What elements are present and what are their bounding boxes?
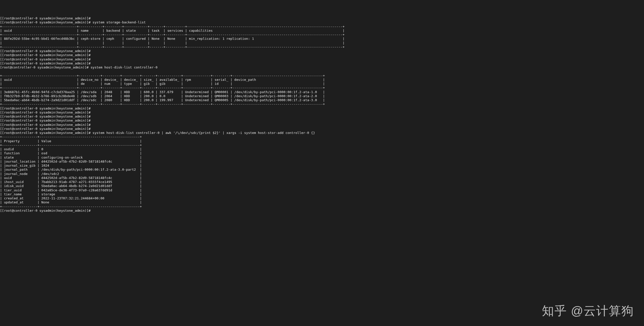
terminal-output[interactable]: [[root@controller-0 sysadmin(keystone_ad…	[0, 16, 644, 213]
table1-header: | uuid | name | backend | state | task |…	[0, 29, 644, 33]
prompt-line: [[root@controller-0 sysadmin(keystone_ad…	[0, 106, 644, 111]
table2-border: +--------------------------------------+…	[0, 102, 644, 106]
table3-row: | journal_size_gib | 1024 |	[0, 164, 644, 168]
table3-row: | created_at | 2022-11-23T07:32:21.24468…	[0, 196, 644, 200]
table3-row: | journal_path | /dev/disk/by-path/pci-0…	[0, 168, 644, 172]
table3-row: | idisk_uuid | 5beda0ac-ab64-4bdb-b274-2…	[0, 184, 644, 188]
table3-header: | Property | Value |	[0, 139, 644, 143]
table3-row: | ihost_uuid | 7babb213-91ab-4787-a271-6…	[0, 180, 644, 184]
prompt-line: [[root@controller-0 sysadmin(keystone_ad…	[0, 53, 644, 57]
table2-row: | f0b327b9-6fdb-4b32-b766-891cb28bde48 |…	[0, 94, 644, 98]
prompt-line: [[root@controller-0 sysadmin(keystone_ad…	[0, 209, 644, 213]
table2-row: | 5beda0ac-ab64-4bdb-b274-2a9d21d01ddf |…	[0, 98, 644, 102]
prompt-line: [[root@controller-0 sysadmin(keystone_ad…	[0, 57, 644, 61]
table3-row: | tier_name | storage |	[0, 192, 644, 196]
table3-row: | journal_node | /dev/sdc2 |	[0, 172, 644, 176]
table3-row: | tier_uuid | 042a85ce-de38-4f73-97a9-c2…	[0, 188, 644, 192]
command-line: [[root@controller-0 sysadmin(keystone_ad…	[0, 20, 644, 24]
prompt-line: [[root@controller-0 sysadmin(keystone_ad…	[0, 119, 644, 123]
prompt-line: [[root@controller-0 sysadmin(keystone_ad…	[0, 115, 644, 119]
table1-border: +--------------------------------------+…	[0, 45, 644, 49]
prompt-line: [[root@controller-0 sysadmin(keystone_ad…	[0, 127, 644, 131]
prompt-line: [[root@controller-0 sysadmin(keystone_ad…	[0, 111, 644, 115]
table3-row: | updated_at | None |	[0, 200, 644, 204]
blank-line	[0, 69, 644, 74]
table3-border: +------------------+--------------------…	[0, 205, 644, 209]
table1-border: +--------------------------------------+…	[0, 33, 644, 37]
table2-header2: | | de | num | type | gib | gib | | id |…	[0, 82, 644, 86]
table1-row-blank: | | | | | | | |	[0, 41, 644, 45]
table2-border: +--------------------------------------+…	[0, 74, 644, 78]
table1-border: +--------------------------------------+…	[0, 25, 644, 29]
table1-row: | 88fe292d-55be-4c95-bbd1-66fecd48b3bc |…	[0, 37, 644, 41]
table2-border: +--------------------------------------+…	[0, 86, 644, 90]
table3-border: +------------------+--------------------…	[0, 135, 644, 139]
prompt-line: [[root@controller-0 sysadmin(keystone_ad…	[0, 61, 644, 65]
command-line: [root@controller-0 sysadmin(keystone_adm…	[0, 65, 644, 69]
table2-row: | 3e8687b1-45fc-4b9d-94fd-c7cbd378aa25 |…	[0, 90, 644, 94]
table3-row: | uuid | d442502d-af5b-47b2-82d9-5871814…	[0, 176, 644, 180]
command-line: [[root@controller-0 sysadmin(keystone_ad…	[0, 131, 644, 135]
prompt-line: [[root@controller-0 sysadmin(keystone_ad…	[0, 16, 644, 20]
watermark-text: 知乎 @云计算狗	[542, 303, 634, 318]
table3-row: | function | osd |	[0, 151, 644, 155]
prompt-line: [[root@controller-0 sysadmin(keystone_ad…	[0, 123, 644, 127]
table2-header1: | uuid | device_no | device_ | device_ |…	[0, 78, 644, 82]
table3-row: | journal_location | d442502d-af5b-47b2-…	[0, 160, 644, 164]
prompt-line: [[root@controller-0 sysadmin(keystone_ad…	[0, 49, 644, 53]
table3-border: +------------------+--------------------…	[0, 143, 644, 147]
table3-row: | state | configuring-on-unlock |	[0, 156, 644, 160]
table3-row: | osdid | 0 |	[0, 147, 644, 151]
